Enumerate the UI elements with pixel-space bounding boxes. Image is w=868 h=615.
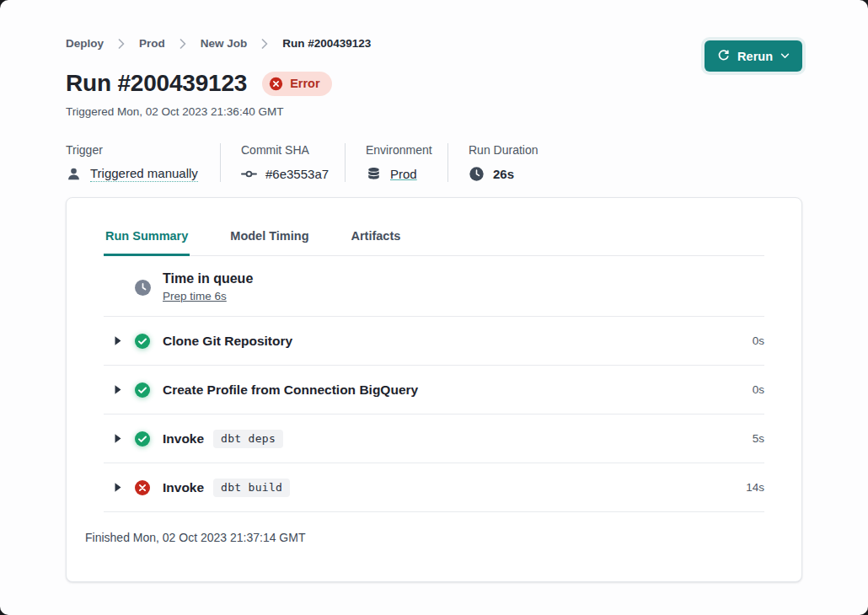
x-circle-icon xyxy=(269,77,283,91)
check-circle-icon xyxy=(134,382,151,398)
step-title: Invoke xyxy=(163,480,204,495)
chevron-right-icon xyxy=(179,39,186,49)
expand-caret-icon[interactable] xyxy=(114,384,123,395)
breadcrumb-deploy[interactable]: Deploy xyxy=(66,37,104,50)
meta-trigger: Trigger Triggered manually xyxy=(66,143,221,182)
step-title: Clone Git Repository xyxy=(163,334,292,349)
run-metadata: Trigger Triggered manually Commit SHA #6… xyxy=(66,143,802,182)
expand-caret-icon[interactable] xyxy=(114,482,123,493)
step-title: Invoke xyxy=(163,431,204,447)
meta-environment-label: Environment xyxy=(366,143,431,157)
person-icon xyxy=(66,166,82,182)
meta-duration: Run Duration 26s xyxy=(469,143,538,182)
status-badge-label: Error xyxy=(290,77,319,90)
breadcrumb-prod[interactable]: Prod xyxy=(139,37,165,50)
triggered-timestamp: Triggered Mon, 02 Oct 2023 21:36:40 GMT xyxy=(66,105,802,118)
tab-run-summary[interactable]: Run Summary xyxy=(104,229,190,255)
rerun-button-label: Rerun xyxy=(737,50,773,63)
environment-link[interactable]: Prod xyxy=(390,167,417,181)
step-duration: 14s xyxy=(746,481,764,494)
queue-title: Time in queue xyxy=(163,271,253,286)
database-icon xyxy=(366,166,382,182)
tab-model-timing[interactable]: Model Timing xyxy=(228,229,310,255)
meta-duration-label: Run Duration xyxy=(469,143,538,157)
page: Deploy Prod New Job Run #200439123 Run #… xyxy=(0,0,868,615)
command-chip: dbt deps xyxy=(213,430,283,448)
meta-commit-label: Commit SHA xyxy=(241,143,328,157)
check-circle-icon xyxy=(134,430,151,447)
step-duration: 5s xyxy=(753,432,764,445)
refresh-icon xyxy=(717,50,730,62)
x-circle-icon xyxy=(134,479,151,496)
status-badge: Error xyxy=(262,72,331,96)
command-chip: dbt build xyxy=(213,479,290,497)
expand-caret-icon[interactable] xyxy=(114,335,123,346)
step-duration: 0s xyxy=(753,383,764,396)
breadcrumb-new-job[interactable]: New Job xyxy=(201,37,248,50)
step-row-clone-git: Clone Git Repository 0s xyxy=(104,317,764,366)
breadcrumb: Deploy Prod New Job Run #200439123 xyxy=(66,0,802,50)
meta-trigger-label: Trigger xyxy=(66,143,203,157)
step-row-invoke-dbt-build: Invoke dbt build 14s xyxy=(104,463,764,512)
queue-row: Time in queue Prep time 6s xyxy=(104,256,764,317)
finished-timestamp: Finished Mon, 02 Oct 2023 21:37:14 GMT xyxy=(67,512,801,544)
page-title: Run #200439123 xyxy=(66,70,247,97)
step-row-create-profile: Create Profile from Connection BigQuery … xyxy=(104,366,764,414)
breadcrumb-current-run: Run #200439123 xyxy=(282,37,371,50)
tab-artifacts[interactable]: Artifacts xyxy=(350,229,403,255)
run-duration-value: 26s xyxy=(493,167,514,181)
meta-commit: Commit SHA #6e3553a7 xyxy=(241,143,346,182)
tabbar: Run Summary Model Timing Artifacts xyxy=(104,198,764,256)
commit-sha-value: #6e3553a7 xyxy=(265,167,329,181)
step-duration: 0s xyxy=(753,334,764,347)
check-circle-icon xyxy=(134,333,151,350)
rerun-button[interactable]: Rerun xyxy=(705,40,802,72)
chevron-down-icon xyxy=(780,53,790,59)
commit-icon xyxy=(241,166,257,182)
prep-time-link[interactable]: Prep time 6s xyxy=(163,290,227,302)
clock-icon xyxy=(469,166,485,182)
meta-environment: Environment Prod xyxy=(366,143,448,182)
run-summary-card: Run Summary Model Timing Artifacts Time … xyxy=(66,197,802,582)
step-title: Create Profile from Connection BigQuery xyxy=(163,382,418,398)
clock-icon xyxy=(134,279,152,297)
step-row-invoke-dbt-deps: Invoke dbt deps 5s xyxy=(104,414,764,463)
trigger-value[interactable]: Triggered manually xyxy=(90,166,198,182)
chevron-right-icon xyxy=(118,39,125,49)
expand-caret-icon[interactable] xyxy=(114,433,123,444)
chevron-right-icon xyxy=(261,39,268,49)
